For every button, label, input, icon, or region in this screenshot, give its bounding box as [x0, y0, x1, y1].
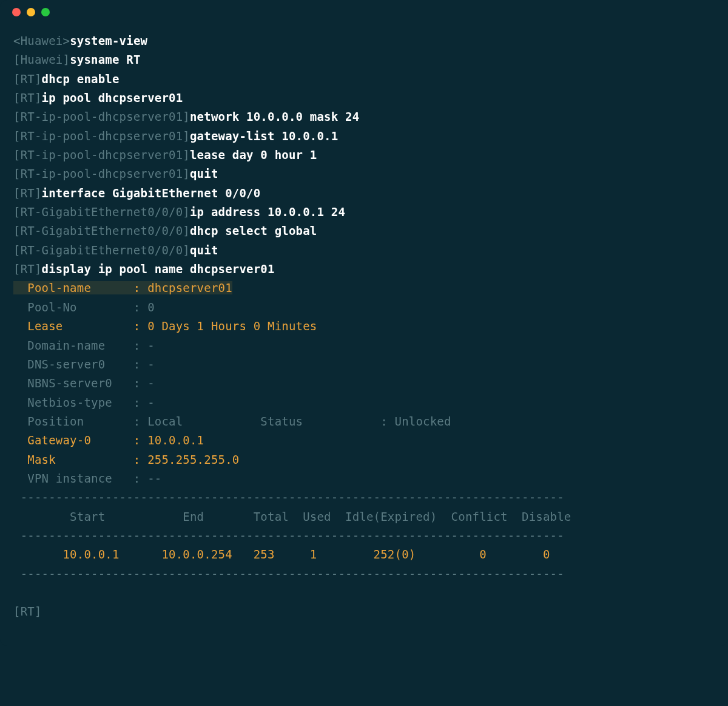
shell-prompt: [RT-ip-pool-dhcpserver01]	[13, 167, 190, 180]
shell-command: sysname RT	[70, 53, 140, 66]
shell-prompt: [RT-ip-pool-dhcpserver01]	[13, 110, 190, 123]
shell-prompt: [RT]	[13, 186, 42, 200]
terminal-line: [RT-ip-pool-dhcpserver01]lease day 0 hou…	[13, 146, 715, 165]
detail-value: dhcpserver01	[147, 281, 232, 294]
window-close-icon[interactable]	[12, 8, 21, 16]
detail-label: Position :	[13, 415, 147, 428]
shell-prompt: <Huawei>	[13, 34, 70, 47]
terminal-line: VPN instance : --	[13, 469, 715, 488]
detail-label: DNS-server0 :	[13, 358, 147, 371]
terminal-line: [RT-GigabitEthernet0/0/0]ip address 10.0…	[13, 203, 715, 222]
table-header: Start End Total Used Idle(Expired) Confl…	[13, 510, 571, 523]
detail-label: Gateway-0 :	[13, 433, 147, 447]
shell-prompt: [RT]	[13, 262, 42, 276]
window-titlebar	[0, 0, 728, 24]
shell-prompt: [RT-ip-pool-dhcpserver01]	[13, 129, 190, 143]
terminal-line: [RT-ip-pool-dhcpserver01]network 10.0.0.…	[13, 107, 715, 126]
detail-label: Pool-No :	[13, 300, 147, 314]
terminal-line: Domain-name : -	[13, 336, 715, 355]
detail-value: -	[147, 376, 155, 390]
detail-value: 10.0.0.1	[147, 433, 204, 447]
shell-command: lease day 0 hour 1	[190, 148, 317, 161]
detail-label: Netbios-type :	[13, 396, 147, 409]
hr: ----------------------------------------…	[13, 567, 564, 580]
shell-prompt: [Huawei]	[13, 53, 70, 66]
window-zoom-icon[interactable]	[41, 8, 50, 16]
shell-command: dhcp select global	[190, 224, 317, 237]
terminal-line: ----------------------------------------…	[13, 565, 715, 583]
terminal-line: [RT-GigabitEthernet0/0/0]quit	[13, 241, 715, 260]
terminal-window: <Huawei>system-view[Huawei]sysname RT[RT…	[0, 0, 728, 646]
detail-value: 0	[147, 300, 155, 314]
hr: ----------------------------------------…	[13, 490, 564, 504]
shell-command: ip address 10.0.0.1 24	[190, 205, 345, 219]
shell-prompt: [RT-GigabitEthernet0/0/0]	[13, 224, 190, 237]
detail-value: -	[147, 358, 155, 371]
terminal-line: ----------------------------------------…	[13, 488, 715, 507]
detail-value: Local Status : Unlocked	[147, 415, 451, 428]
terminal-line: Mask : 255.255.255.0	[13, 450, 715, 469]
shell-prompt: [RT]	[13, 72, 42, 86]
terminal-line: Pool-name : dhcpserver01	[13, 279, 715, 297]
terminal-line: [Huawei]sysname RT	[13, 50, 715, 69]
window-minimize-icon[interactable]	[27, 8, 35, 16]
terminal-line: [RT]ip pool dhcpserver01	[13, 89, 715, 107]
terminal-line: [RT]interface GigabitEthernet 0/0/0	[13, 184, 715, 203]
shell-command: quit	[190, 243, 218, 257]
terminal-line: DNS-server0 : -	[13, 355, 715, 374]
terminal-line: Position : Local Status : Unlocked	[13, 412, 715, 431]
terminal-line: [RT-GigabitEthernet0/0/0]dhcp select glo…	[13, 222, 715, 240]
terminal-line: 10.0.0.1 10.0.0.254 253 1 252(0) 0 0	[13, 545, 715, 564]
hr: ----------------------------------------…	[13, 529, 564, 542]
detail-label: NBNS-server0 :	[13, 376, 147, 390]
shell-command: dhcp enable	[42, 72, 120, 86]
terminal-line: NBNS-server0 : -	[13, 374, 715, 393]
terminal-line: [RT-ip-pool-dhcpserver01]gateway-list 10…	[13, 127, 715, 146]
shell-command: ip pool dhcpserver01	[42, 91, 183, 104]
blank-line	[13, 586, 21, 599]
terminal-line: ----------------------------------------…	[13, 526, 715, 545]
detail-label: Pool-name :	[13, 281, 147, 294]
terminal-line: Start End Total Used Idle(Expired) Confl…	[13, 507, 715, 526]
terminal-line: [RT]dhcp enable	[13, 70, 715, 89]
terminal-line: [RT]display ip pool name dhcpserver01	[13, 260, 715, 279]
table-row: 10.0.0.1 10.0.0.254 253 1 252(0) 0 0	[13, 548, 550, 561]
terminal-line: Pool-No : 0	[13, 298, 715, 317]
terminal-line	[13, 583, 715, 602]
shell-command: interface GigabitEthernet 0/0/0	[42, 186, 261, 200]
shell-command: network 10.0.0.0 mask 24	[190, 110, 359, 123]
terminal-line: Gateway-0 : 10.0.0.1	[13, 431, 715, 450]
terminal-output[interactable]: <Huawei>system-view[Huawei]sysname RT[RT…	[0, 24, 728, 646]
shell-prompt: [RT-ip-pool-dhcpserver01]	[13, 148, 190, 161]
terminal-line: <Huawei>system-view	[13, 32, 715, 50]
shell-command: quit	[190, 167, 218, 180]
detail-value: -	[147, 339, 155, 352]
terminal-line: Netbios-type : -	[13, 393, 715, 412]
shell-prompt: [RT-GigabitEthernet0/0/0]	[13, 243, 190, 257]
detail-value: -	[147, 396, 155, 409]
shell-prompt: [RT]	[13, 605, 42, 618]
detail-label: Domain-name :	[13, 339, 147, 352]
shell-prompt: [RT-GigabitEthernet0/0/0]	[13, 205, 190, 219]
detail-label: Mask :	[13, 453, 147, 466]
detail-value: 0 Days 1 Hours 0 Minutes	[147, 319, 317, 333]
shell-command: system-view	[70, 34, 147, 47]
terminal-line: [RT-ip-pool-dhcpserver01]quit	[13, 165, 715, 183]
shell-prompt: [RT]	[13, 91, 42, 104]
shell-command: gateway-list 10.0.0.1	[190, 129, 338, 143]
detail-label: VPN instance :	[13, 472, 147, 485]
terminal-line: [RT]	[13, 602, 715, 621]
detail-value: 255.255.255.0	[147, 453, 239, 466]
detail-value: --	[147, 472, 161, 485]
shell-command: display ip pool name dhcpserver01	[42, 262, 275, 276]
detail-label: Lease :	[13, 319, 147, 333]
terminal-line: Lease : 0 Days 1 Hours 0 Minutes	[13, 317, 715, 336]
